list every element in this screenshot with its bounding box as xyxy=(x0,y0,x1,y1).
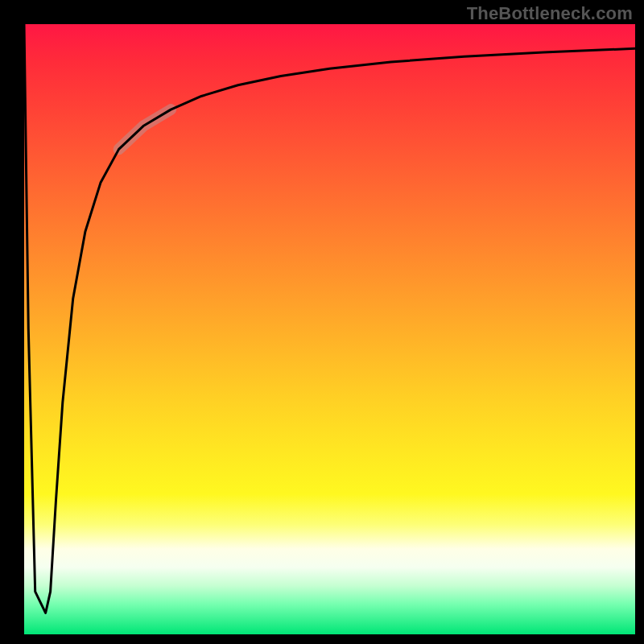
curve-svg xyxy=(24,24,635,634)
plot-gradient-area xyxy=(24,24,635,634)
bottleneck-curve xyxy=(24,24,635,613)
watermark-text: TheBottleneck.com xyxy=(467,3,633,24)
chart-frame: TheBottleneck.com xyxy=(0,0,644,644)
